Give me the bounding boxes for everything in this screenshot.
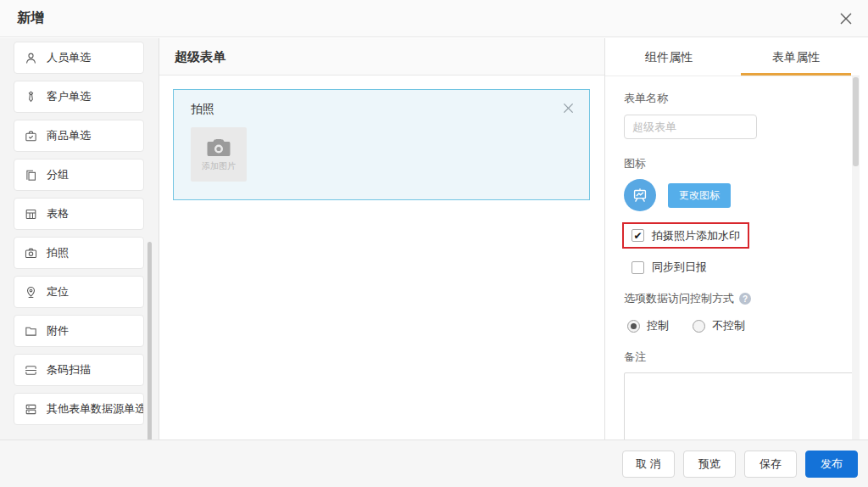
sidebar-item-label: 附件 — [47, 323, 69, 339]
radio-control-label: 控制 — [647, 318, 669, 333]
remark-textarea[interactable] — [624, 372, 857, 447]
sidebar-item-customer-select[interactable]: 客户单选 — [14, 81, 144, 113]
watermark-checkbox[interactable]: ✔ — [632, 229, 644, 242]
sidebar-item-label: 客户单选 — [47, 89, 91, 104]
change-icon-button[interactable]: 更改图标 — [668, 183, 731, 208]
tab-underline — [741, 73, 851, 76]
close-icon[interactable] — [837, 10, 854, 27]
modal-footer: 取 消 预览 保存 发布 — [0, 439, 868, 487]
remark-label: 备注 — [624, 350, 860, 365]
cancel-button[interactable]: 取 消 — [622, 451, 675, 478]
access-control-label: 选项数据访问控制方式 — [624, 291, 734, 306]
sidebar-item-table[interactable]: 表格 — [14, 198, 144, 230]
sidebar-item-other-datasource-select[interactable]: 其他表单数据源单选 — [14, 393, 144, 425]
form-name-label: 表单名称 — [624, 91, 860, 106]
help-icon[interactable]: ? — [739, 293, 751, 305]
sidebar-item-location[interactable]: 定位 — [14, 276, 144, 308]
form-canvas: 超级表单 拍照 添加图片 — [159, 38, 604, 439]
camera-filled-icon — [206, 137, 231, 158]
radio-control[interactable]: 控制 — [627, 318, 669, 333]
preview-button[interactable]: 预览 — [683, 451, 736, 478]
sidebar-item-barcode-scan[interactable]: 条码扫描 — [14, 354, 144, 386]
tab-label: 表单属性 — [772, 50, 820, 64]
sidebar-item-attachment[interactable]: 附件 — [14, 315, 144, 347]
properties-panel: 组件属性 表单属性 表单名称 图标 更改图标 ✔ 拍摄照片添加水印 — [604, 38, 860, 439]
radio-dot — [693, 320, 705, 333]
panel-scrollbar-thumb[interactable] — [853, 77, 859, 166]
properties-tabs: 组件属性 表单属性 — [605, 38, 860, 76]
sidebar-item-label: 拍照 — [47, 245, 69, 260]
sidebar-item-group[interactable]: 分组 — [14, 159, 144, 191]
folder-icon — [24, 324, 38, 339]
radio-no-control[interactable]: 不控制 — [693, 318, 745, 333]
sync-daily-checkbox[interactable] — [632, 261, 644, 274]
watermark-checkbox-label: 拍摄照片添加水印 — [652, 228, 740, 244]
camera-icon — [24, 246, 38, 260]
access-control-radio-group: 控制 不控制 — [624, 318, 860, 333]
sidebar-item-label: 人员单选 — [47, 50, 91, 65]
tie-icon — [24, 90, 38, 104]
sidebar-item-photo[interactable]: 拍照 — [14, 237, 144, 269]
icon-section-label: 图标 — [624, 156, 860, 171]
sidebar-item-label: 定位 — [47, 284, 69, 299]
form-name-input[interactable] — [624, 115, 757, 139]
component-label: 拍照 — [191, 102, 214, 117]
watermark-checkbox-row[interactable]: ✔ 拍摄照片添加水印 — [622, 222, 749, 249]
table-icon — [24, 207, 38, 221]
barcode-scan-icon — [24, 363, 38, 378]
sidebar-item-label: 表格 — [47, 206, 69, 221]
sidebar-item-label: 条码扫描 — [47, 362, 91, 378]
tab-component-properties[interactable]: 组件属性 — [605, 38, 732, 76]
modal-title: 新增 — [17, 9, 44, 27]
radio-no-control-label: 不控制 — [712, 318, 745, 333]
radio-dot — [627, 320, 640, 333]
location-icon — [24, 285, 38, 299]
form-icon-preview[interactable] — [624, 179, 656, 211]
sync-daily-checkbox-label: 同步到日报 — [652, 260, 707, 275]
sidebar-item-label: 商品单选 — [47, 128, 91, 143]
add-photo-label: 添加图片 — [202, 160, 236, 172]
sidebar-scrollbar[interactable] — [147, 242, 152, 439]
datasource-icon — [24, 402, 38, 417]
sync-daily-checkbox-row[interactable]: 同步到日报 — [624, 260, 860, 275]
sidebar-item-person-select[interactable]: 人员单选 — [14, 42, 144, 74]
add-photo-placeholder[interactable]: 添加图片 — [191, 127, 247, 182]
sidebar-item-label: 其他表单数据源单选 — [47, 401, 144, 417]
save-button[interactable]: 保存 — [744, 451, 797, 478]
tab-form-properties[interactable]: 表单属性 — [732, 38, 860, 76]
panel-scrollbar[interactable] — [852, 76, 860, 478]
tab-label: 组件属性 — [645, 50, 693, 64]
selected-photo-component[interactable]: 拍照 添加图片 — [173, 89, 590, 200]
sidebar-item-product-select[interactable]: 商品单选 — [14, 120, 144, 152]
presentation-board-icon — [631, 186, 649, 204]
briefcase-check-icon — [24, 129, 38, 143]
person-icon — [24, 51, 38, 65]
sidebar-item-label: 分组 — [47, 167, 69, 182]
remove-component-icon[interactable] — [560, 100, 576, 115]
form-canvas-title: 超级表单 — [159, 38, 604, 76]
modal-header: 新增 — [0, 0, 868, 37]
group-copy-icon — [24, 168, 38, 182]
publish-button[interactable]: 发布 — [805, 451, 858, 478]
component-sidebar: 人员单选 客户单选 商品单选 分组 表格 拍照 — [0, 38, 159, 439]
